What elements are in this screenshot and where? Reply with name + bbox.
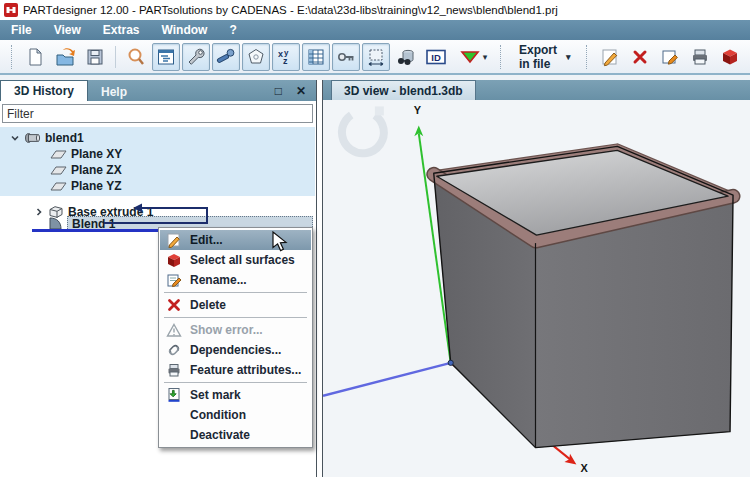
menu-item-label: Edit...: [190, 233, 223, 247]
magnifier-icon: [126, 47, 146, 67]
menu-item-show-error[interactable]: Show error...: [160, 320, 311, 340]
new-document-button[interactable]: [21, 43, 49, 71]
toolbar: x y z: [0, 40, 750, 75]
menu-item-label: Select all surfaces: [190, 253, 295, 267]
key-button[interactable]: [332, 43, 360, 71]
preview-glasses-icon: [396, 47, 416, 67]
table-icon: [306, 47, 326, 67]
panel-window-buttons: □ ✕: [275, 80, 316, 101]
export-in-file-button[interactable]: Export in file ▾: [510, 39, 580, 75]
close-icon[interactable]: ✕: [296, 84, 306, 98]
table-button[interactable]: [302, 43, 330, 71]
plane-icon: [50, 180, 67, 192]
menu-extras[interactable]: Extras: [92, 20, 151, 40]
menu-item-edit[interactable]: Edit...: [160, 230, 311, 250]
menu-item-label: Rename...: [190, 273, 247, 287]
menu-item-label: Deactivate: [190, 428, 250, 442]
dropdown-caret-icon: ▾: [566, 52, 571, 62]
menu-item-feature-attributes[interactable]: Feature attributes...: [160, 360, 311, 380]
toolbar-grip[interactable]: [11, 45, 15, 69]
view-header: 3D view - blend1.3db: [323, 80, 750, 100]
menu-help[interactable]: ?: [218, 20, 247, 40]
window-title: PARTdesigner 12.00 - PARTsolutions by CA…: [23, 4, 558, 16]
red-cube-icon: [166, 252, 182, 268]
delete-button[interactable]: [626, 43, 654, 71]
history-panel: 3D History Help □ ✕: [0, 80, 317, 477]
menu-item-set-mark[interactable]: Set mark: [160, 385, 311, 405]
context-menu: Edit... Select all surfaces: [158, 227, 313, 448]
sketcher-button[interactable]: [242, 43, 270, 71]
chevron-down-icon[interactable]: [10, 133, 20, 143]
link-icon: [166, 342, 182, 358]
tree-item-plane-zx[interactable]: Plane ZX: [50, 162, 122, 178]
release-status-button[interactable]: ▾: [452, 43, 494, 71]
dimensioning-button[interactable]: [362, 43, 390, 71]
history-panel-button[interactable]: [152, 43, 180, 71]
xyz-z: z: [283, 56, 288, 66]
menu-item-condition[interactable]: Condition: [160, 405, 311, 425]
menu-separator: [164, 292, 307, 293]
menu-item-delete[interactable]: Delete: [160, 295, 311, 315]
toolbar-grip[interactable]: [500, 45, 504, 69]
menu-item-dependencies[interactable]: Dependencies...: [160, 340, 311, 360]
import-button[interactable]: [746, 43, 750, 71]
tab-label: 3D view - blend1.3db: [344, 84, 463, 98]
save-icon: [85, 47, 105, 67]
id-icon: ID: [425, 47, 447, 67]
zoom-button[interactable]: [122, 43, 150, 71]
tree-item-label: Plane YZ: [71, 179, 121, 193]
edit-attributes-icon: [660, 47, 680, 67]
screw-icon: [216, 47, 236, 67]
release-triangle-icon: [459, 47, 481, 67]
menu-file[interactable]: File: [0, 20, 43, 40]
menu-item-label: Feature attributes...: [190, 363, 301, 377]
filter-input[interactable]: [2, 104, 313, 123]
wrench-tool-button[interactable]: [182, 43, 210, 71]
set-mark-icon: [166, 387, 182, 403]
tree-item-blend1[interactable]: blend1: [10, 130, 84, 146]
screw-button[interactable]: [212, 43, 240, 71]
3d-canvas[interactable]: Y X: [323, 100, 750, 477]
rename-icon: [166, 272, 182, 288]
dropdown-caret-icon: ▾: [483, 52, 488, 62]
menu-separator: [164, 317, 307, 318]
tab-help[interactable]: Help: [88, 82, 140, 101]
menu-item-deactivate[interactable]: Deactivate: [160, 425, 311, 445]
variables-button[interactable]: x y z: [272, 43, 300, 71]
id-button[interactable]: ID: [422, 43, 450, 71]
history-tree: blend1 Plane XY Plane ZX Plane YZ: [0, 126, 315, 477]
menubar: File View Extras Window ?: [0, 20, 750, 40]
xyz-variables-icon: x y z: [276, 47, 296, 67]
partdesigner-window: PARTdesigner 12.00 - PARTsolutions by CA…: [0, 0, 750, 477]
sketcher-icon: [246, 47, 266, 67]
delete-x-icon: [166, 297, 182, 313]
dimensioning-icon: [366, 47, 386, 67]
chevron-right-icon[interactable]: [34, 207, 44, 217]
toolbar-grip[interactable]: [586, 45, 590, 69]
open-project-button[interactable]: [51, 43, 79, 71]
menu-window[interactable]: Window: [151, 20, 219, 40]
printer-icon: [690, 47, 710, 67]
menu-item-rename[interactable]: Rename...: [160, 270, 311, 290]
panel-header: 3D History Help □ ✕: [0, 80, 316, 101]
tree-item-plane-yz[interactable]: Plane YZ: [50, 178, 121, 194]
part-icon: [24, 131, 41, 145]
menu-icon-spacer: [166, 427, 182, 443]
edit-button[interactable]: [596, 43, 624, 71]
tab-3d-view[interactable]: 3D view - blend1.3db: [331, 80, 476, 100]
titlebar: PARTdesigner 12.00 - PARTsolutions by CA…: [0, 0, 750, 20]
save-button[interactable]: [81, 43, 109, 71]
history-panel-icon: [156, 47, 176, 67]
edit-attributes-button[interactable]: [656, 43, 684, 71]
menu-item-select-all-surfaces[interactable]: Select all surfaces: [160, 250, 311, 270]
tree-item-plane-xy[interactable]: Plane XY: [50, 146, 122, 162]
print-button[interactable]: [686, 43, 714, 71]
tree-item-label: Plane ZX: [71, 163, 122, 177]
preview-button[interactable]: [392, 43, 420, 71]
solid-button[interactable]: [716, 43, 744, 71]
edit-pencil-icon: [600, 47, 620, 67]
menu-view[interactable]: View: [43, 20, 92, 40]
tab-3d-history[interactable]: 3D History: [0, 80, 88, 101]
maximize-icon[interactable]: □: [275, 84, 282, 98]
attributes-icon: [166, 362, 182, 378]
